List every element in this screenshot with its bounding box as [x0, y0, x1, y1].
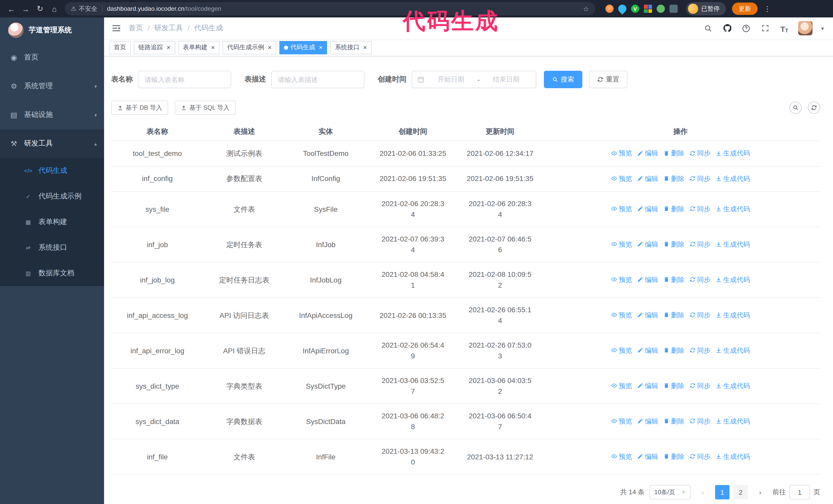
- goto-page-input[interactable]: [789, 485, 810, 499]
- collapse-sidebar-icon[interactable]: [111, 23, 121, 33]
- sidebar-item-codegen-example[interactable]: ✓ 代码生成示例: [0, 184, 104, 209]
- table-name-input[interactable]: [138, 71, 231, 88]
- reload-icon[interactable]: ↻: [34, 3, 46, 15]
- close-icon[interactable]: ×: [319, 44, 323, 51]
- github-icon[interactable]: [722, 23, 733, 33]
- op-sync-link[interactable]: 同步: [689, 148, 711, 159]
- op-edit-link[interactable]: 编辑: [637, 274, 658, 285]
- forward-icon[interactable]: →: [20, 3, 32, 15]
- breadcrumb-home[interactable]: 首页: [129, 24, 143, 33]
- reset-button[interactable]: 重置: [589, 71, 627, 88]
- op-sync-link[interactable]: 同步: [689, 310, 711, 320]
- extension-icon[interactable]: [644, 5, 652, 13]
- op-generate-link[interactable]: 生成代码: [716, 239, 750, 250]
- op-generate-link[interactable]: 生成代码: [716, 416, 750, 427]
- op-sync-link[interactable]: 同步: [689, 345, 711, 356]
- op-sync-link[interactable]: 同步: [689, 380, 711, 391]
- op-preview-link[interactable]: 预览: [611, 380, 632, 391]
- address-bar[interactable]: ⚠ 不安全 dashboard.yudao.iocoder.cn/tool/co…: [65, 2, 595, 16]
- op-delete-link[interactable]: 删除: [663, 451, 684, 462]
- extension-icon[interactable]: V: [631, 5, 639, 13]
- op-delete-link[interactable]: 删除: [663, 310, 684, 320]
- op-delete-link[interactable]: 删除: [663, 345, 684, 356]
- op-edit-link[interactable]: 编辑: [637, 380, 658, 391]
- op-preview-link[interactable]: 预览: [611, 203, 632, 214]
- op-generate-link[interactable]: 生成代码: [716, 451, 750, 462]
- op-edit-link[interactable]: 编辑: [637, 203, 658, 214]
- tab-form-builder[interactable]: 表单构建 ×: [178, 41, 219, 54]
- sidebar-item-form-builder[interactable]: ▦ 表单构建: [0, 209, 104, 235]
- op-generate-link[interactable]: 生成代码: [716, 148, 750, 159]
- op-preview-link[interactable]: 预览: [611, 239, 632, 250]
- sidebar-item-home[interactable]: ◉ 首页: [0, 43, 104, 72]
- op-preview-link[interactable]: 预览: [611, 274, 632, 285]
- op-delete-link[interactable]: 删除: [663, 239, 684, 250]
- extension-icon[interactable]: [657, 5, 665, 13]
- bookmark-star-icon[interactable]: ☆: [583, 5, 589, 13]
- date-range-picker[interactable]: 开始日期 - 结束日期: [412, 71, 536, 88]
- tab-codegen[interactable]: 代码生成 ×: [279, 41, 327, 54]
- import-db-button[interactable]: 基于 DB 导入: [111, 100, 168, 115]
- browser-menu-icon[interactable]: ⋮: [764, 5, 771, 13]
- home-icon[interactable]: ⌂: [48, 3, 61, 15]
- tab-home[interactable]: 首页: [109, 41, 131, 54]
- tab-codegen-example[interactable]: 代码生成示例 ×: [222, 41, 276, 54]
- op-edit-link[interactable]: 编辑: [637, 148, 658, 159]
- close-icon[interactable]: ×: [211, 44, 215, 51]
- op-sync-link[interactable]: 同步: [689, 416, 711, 427]
- op-sync-link[interactable]: 同步: [689, 239, 711, 250]
- import-sql-button[interactable]: 基于 SQL 导入: [175, 100, 236, 115]
- op-edit-link[interactable]: 编辑: [637, 416, 658, 427]
- op-sync-link[interactable]: 同步: [689, 203, 711, 214]
- sidebar-item-infra[interactable]: ▤ 基础设施 ▾: [0, 100, 104, 129]
- op-sync-link[interactable]: 同步: [689, 274, 711, 285]
- op-generate-link[interactable]: 生成代码: [716, 274, 750, 285]
- op-preview-link[interactable]: 预览: [611, 310, 632, 320]
- tab-system-api[interactable]: 系统接口 ×: [330, 41, 372, 54]
- extension-icon[interactable]: [605, 5, 614, 13]
- table-desc-input[interactable]: [271, 71, 364, 88]
- user-avatar[interactable]: [798, 21, 812, 35]
- op-sync-link[interactable]: 同步: [689, 173, 711, 184]
- prev-page-button[interactable]: ‹: [696, 485, 710, 499]
- profile-paused-badge[interactable]: 已暂停: [686, 2, 726, 16]
- font-size-icon[interactable]: TT: [779, 23, 789, 33]
- op-delete-link[interactable]: 删除: [663, 416, 684, 427]
- op-edit-link[interactable]: 编辑: [637, 451, 658, 462]
- tab-tracer[interactable]: 链路追踪 ×: [134, 41, 175, 54]
- op-preview-link[interactable]: 预览: [611, 148, 632, 159]
- sidebar-item-db-doc[interactable]: ▥ 数据库文档: [0, 261, 104, 286]
- op-preview-link[interactable]: 预览: [611, 173, 632, 184]
- refresh-table-button[interactable]: [808, 101, 820, 114]
- next-page-button[interactable]: ›: [753, 485, 767, 499]
- op-generate-link[interactable]: 生成代码: [716, 310, 750, 320]
- close-icon[interactable]: ×: [167, 44, 170, 51]
- fullscreen-icon[interactable]: [760, 23, 770, 33]
- sidebar-item-system[interactable]: ⚙ 系统管理 ▾: [0, 72, 104, 100]
- page-button-2[interactable]: 2: [734, 485, 748, 499]
- help-icon[interactable]: [741, 23, 752, 33]
- op-edit-link[interactable]: 编辑: [637, 239, 658, 250]
- op-preview-link[interactable]: 预览: [611, 345, 632, 356]
- op-preview-link[interactable]: 预览: [611, 451, 632, 462]
- browser-update-button[interactable]: 更新: [732, 3, 758, 15]
- page-button-1[interactable]: 1: [715, 485, 730, 499]
- op-preview-link[interactable]: 预览: [611, 416, 632, 427]
- op-delete-link[interactable]: 删除: [663, 274, 684, 285]
- op-delete-link[interactable]: 删除: [663, 148, 684, 159]
- extension-icon[interactable]: [669, 5, 678, 13]
- op-sync-link[interactable]: 同步: [689, 451, 711, 462]
- op-edit-link[interactable]: 编辑: [637, 345, 658, 356]
- op-delete-link[interactable]: 删除: [663, 380, 684, 391]
- op-generate-link[interactable]: 生成代码: [716, 380, 750, 391]
- close-icon[interactable]: ×: [268, 44, 271, 51]
- op-edit-link[interactable]: 编辑: [637, 173, 658, 184]
- app-logo-row[interactable]: 芋道管理系统: [0, 18, 104, 43]
- close-icon[interactable]: ×: [363, 44, 367, 51]
- op-generate-link[interactable]: 生成代码: [716, 203, 750, 214]
- toggle-search-button[interactable]: [789, 101, 802, 114]
- breadcrumb-dev-tools[interactable]: 研发工具: [154, 24, 183, 33]
- sidebar-item-dev-tools[interactable]: ⚒ 研发工具 ▴: [0, 129, 104, 158]
- op-delete-link[interactable]: 删除: [663, 173, 684, 184]
- chevron-down-icon[interactable]: ▾: [821, 25, 824, 31]
